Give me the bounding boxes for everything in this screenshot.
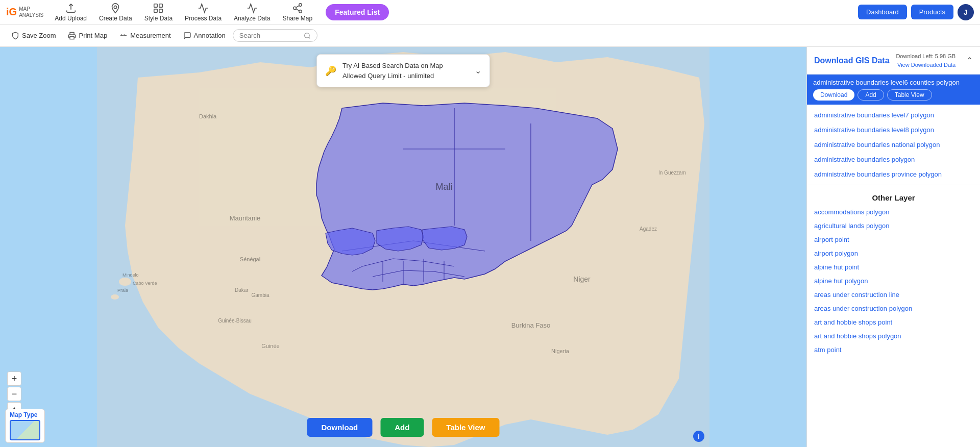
logo-ig: iG (6, 6, 17, 18)
ai-banner-text: Try AI Based Search Data on Map Allowed … (342, 61, 443, 81)
right-panel: Download GIS Data Download Left: 5.98 GB… (806, 47, 980, 447)
selected-layer-name: administrative boundaries level6 countie… (813, 79, 974, 86)
panel-header: Download GIS Data Download Left: 5.98 GB… (807, 47, 980, 74)
svg-rect-10 (70, 36, 74, 39)
selected-layer-actions: Download Add Table View (813, 89, 974, 101)
svg-point-20 (111, 294, 119, 300)
layer-item-1[interactable]: administrative boundaries level8 polygon (807, 122, 980, 137)
print-map-button[interactable]: Print Map (63, 29, 112, 42)
other-layer-item-6[interactable]: areas under construction line (807, 288, 980, 302)
layer-item-3[interactable]: administrative boundaries polygon (807, 152, 980, 167)
nav-process-data[interactable]: Process Data (180, 1, 227, 24)
view-downloaded-link[interactable]: View Downloaded Data (896, 61, 955, 69)
panel-title: Download GIS Data (814, 56, 890, 65)
search-icon (304, 32, 311, 39)
svg-text:Cabo Verde: Cabo Verde (133, 281, 157, 286)
layer-list: administrative boundaries level7 polygon… (807, 105, 980, 185)
svg-text:Agadez: Agadez (640, 226, 657, 232)
svg-text:Niger: Niger (573, 275, 591, 283)
map-container[interactable]: Mali Mauritanie Sénégal Niger Burkina Fa… (0, 47, 806, 447)
panel-meta: Download Left: 5.98 GB View Downloaded D… (896, 52, 955, 69)
dashboard-button[interactable]: Dashboard (858, 5, 907, 19)
svg-rect-4 (159, 9, 162, 12)
other-layer-item-4[interactable]: alpine hut point (807, 260, 980, 274)
svg-text:Sénégal: Sénégal (240, 256, 260, 262)
layer-item-4[interactable]: administrative boundaries province polyg… (807, 167, 980, 182)
svg-rect-1 (154, 4, 157, 7)
selected-layer: administrative boundaries level6 countie… (807, 74, 980, 105)
other-layer-item-2[interactable]: airport point (807, 233, 980, 246)
map-download-button[interactable]: Download (307, 418, 373, 437)
layer-download-button[interactable]: Download (813, 89, 854, 101)
svg-text:Gambia: Gambia (251, 292, 269, 298)
info-icon[interactable]: i (693, 431, 704, 442)
nav-create-data[interactable]: Create Data (94, 1, 137, 24)
svg-point-6 (293, 7, 297, 10)
other-layer-item-10[interactable]: atm point (807, 343, 980, 357)
other-layer-item-0[interactable]: accommodations polygon (807, 205, 980, 219)
map-table-view-button[interactable]: Table View (432, 418, 499, 437)
svg-point-16 (305, 33, 309, 37)
svg-rect-3 (154, 9, 157, 12)
svg-text:Praia: Praia (117, 288, 128, 293)
svg-line-9 (296, 5, 299, 7)
map-toolbar: Save Zoom Print Map Measurement Annotati… (0, 24, 980, 47)
featured-list-button[interactable]: Featured List (326, 4, 389, 20)
zoom-in-button[interactable]: + (7, 371, 21, 386)
key-icon: 🔑 (325, 65, 336, 77)
map-type-box[interactable]: Map Type (5, 409, 45, 443)
save-zoom-button[interactable]: Save Zoom (6, 29, 61, 42)
other-layer-item-9[interactable]: art and hobbie shops polygon (807, 329, 980, 343)
nav-share-map[interactable]: Share Map (277, 1, 317, 24)
svg-point-19 (119, 278, 131, 286)
products-button[interactable]: Products (911, 5, 953, 19)
navbar: iG MAPANALYSIS Add Upload Create Data St… (0, 0, 980, 24)
layer-item-0[interactable]: administrative boundaries level7 polygon (807, 108, 980, 122)
svg-point-5 (299, 3, 302, 6)
svg-text:Dakhla: Dakhla (199, 113, 217, 119)
layer-add-button[interactable]: Add (857, 89, 884, 101)
other-layer-title: Other Layer (807, 189, 980, 205)
search-wrap (233, 29, 317, 42)
nav-analyze-data[interactable]: Analyze Data (229, 1, 275, 24)
map-actions: Download Add Table View (307, 418, 500, 437)
other-layer-item-7[interactable]: areas under construction polygon (807, 302, 980, 315)
svg-point-0 (114, 6, 117, 9)
other-layer-item-8[interactable]: art and hobbie shops point (807, 315, 980, 329)
svg-text:Mindelo: Mindelo (122, 272, 139, 278)
svg-point-7 (299, 10, 302, 12)
map-svg: Mali Mauritanie Sénégal Niger Burkina Fa… (0, 47, 806, 447)
svg-rect-2 (159, 4, 162, 7)
logo-subtitle: MAPANALYSIS (19, 6, 43, 18)
svg-line-8 (296, 9, 299, 11)
svg-line-17 (308, 37, 310, 38)
map-type-thumbnail (10, 420, 40, 440)
layer-table-button[interactable]: Table View (887, 89, 932, 101)
svg-text:Nigeria: Nigeria (551, 348, 570, 354)
zoom-out-button[interactable]: − (7, 387, 21, 401)
user-avatar[interactable]: J (958, 4, 974, 20)
svg-text:Guinée: Guinée (261, 343, 279, 349)
panel-collapse-chevron[interactable]: ⌃ (966, 56, 973, 65)
map-type-label: Map Type (10, 411, 40, 418)
svg-text:Dakar: Dakar (235, 287, 249, 293)
search-input[interactable] (239, 32, 301, 39)
measurement-button[interactable]: Measurement (114, 29, 176, 42)
other-layer-item-3[interactable]: airport polygon (807, 246, 980, 260)
other-layer-item-1[interactable]: agricultural lands polygon (807, 219, 980, 233)
annotation-button[interactable]: Annotation (178, 29, 231, 42)
ai-banner-chevron[interactable]: ⌄ (475, 66, 481, 76)
map-add-button[interactable]: Add (380, 418, 424, 437)
svg-text:Burkina Faso: Burkina Faso (511, 321, 551, 329)
nav-add-upload[interactable]: Add Upload (50, 1, 92, 24)
nav-style-data[interactable]: Style Data (139, 1, 178, 24)
svg-text:In Guezzam: In Guezzam (658, 170, 686, 176)
ai-search-banner: 🔑 Try AI Based Search Data on Map Allowe… (316, 54, 490, 87)
other-layer-item-5[interactable]: alpine hut polygon (807, 274, 980, 288)
svg-text:Guinée-Bissau: Guinée-Bissau (218, 318, 252, 324)
layer-item-2[interactable]: administrative boundaries national polyg… (807, 137, 980, 152)
svg-text:Mali: Mali (435, 182, 452, 192)
nav-logo: iG MAPANALYSIS (6, 6, 43, 18)
other-layer-section: Other Layer accommodations polygon agric… (807, 185, 980, 447)
main-area: Mali Mauritanie Sénégal Niger Burkina Fa… (0, 47, 980, 447)
